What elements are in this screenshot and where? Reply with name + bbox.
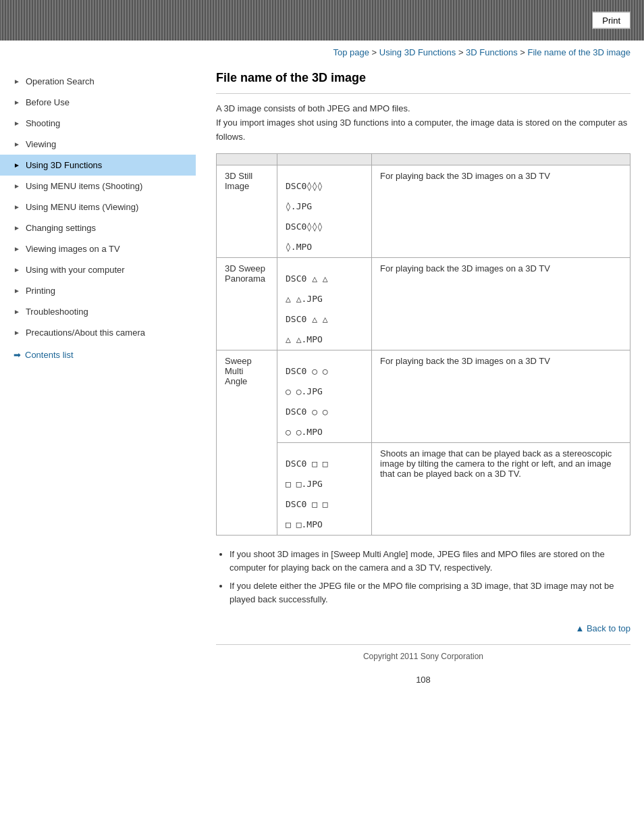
sidebar-item-label: Precautions/About this camera <box>26 328 145 338</box>
sidebar-item-before-use[interactable]: ► Before Use <box>0 92 196 113</box>
sidebar-item-label: Troubleshooting <box>26 307 88 317</box>
sidebar-item-precautions[interactable]: ► Precautions/About this camera <box>0 322 196 343</box>
page-layout: ► Operation Search ► Before Use ► Shooti… <box>0 64 644 705</box>
breadcrumb: Top page > Using 3D Functions > 3D Funct… <box>0 41 644 64</box>
sidebar-item-using-computer[interactable]: ► Using with your computer <box>0 259 196 280</box>
sidebar-item-menu-shooting[interactable]: ► Using MENU items (Shooting) <box>0 176 196 197</box>
row-desc-sweep-square: Shoots an image that can be played back … <box>372 443 630 536</box>
sidebar-item-label: Viewing <box>26 139 56 149</box>
arrow-icon: ► <box>14 245 20 253</box>
contents-list-link[interactable]: ➡ Contents list <box>0 343 196 367</box>
row-desc-3d-sweep: For playing back the 3D images on a 3D T… <box>372 258 630 350</box>
header-bar: Print <box>0 0 644 41</box>
table-row: 3D SweepPanorama DSC0 △ △ △ △.JPG DSC0 △… <box>217 258 630 350</box>
row-desc-sweep-circle: For playing back the 3D images on a 3D T… <box>372 350 630 443</box>
intro-text: A 3D image consists of both JPEG and MPO… <box>216 102 630 144</box>
contents-list-label: Contents list <box>25 350 74 360</box>
sidebar-item-label: Using 3D Functions <box>26 160 102 170</box>
row-type-3d-still: 3D StillImage <box>217 165 277 258</box>
back-to-top-icon: ▲ <box>575 623 586 633</box>
breadcrumb-3dfunctions[interactable]: 3D Functions <box>466 47 518 57</box>
arrow-icon: ► <box>14 99 20 106</box>
arrow-icon: ► <box>14 161 20 169</box>
sidebar-item-label: Before Use <box>26 97 70 107</box>
sidebar-item-operation-search[interactable]: ► Operation Search <box>0 71 196 92</box>
note-item: If you shoot 3D images in [Sweep Multi A… <box>230 548 630 574</box>
arrow-icon: ► <box>14 120 20 127</box>
intro-line1: A 3D image consists of both JPEG and MPO… <box>216 102 630 116</box>
sidebar-item-label: Using with your computer <box>26 265 125 275</box>
print-button[interactable]: Print <box>592 12 630 29</box>
table-row: 3D StillImage DSC0◊◊◊ ◊.JPG DSC0◊◊◊ ◊.MP… <box>217 165 630 258</box>
table-header-filename <box>277 154 372 165</box>
sidebar-item-shooting[interactable]: ► Shooting <box>0 113 196 134</box>
table-header-type <box>217 154 277 165</box>
sidebar-item-label: Viewing images on a TV <box>26 244 120 254</box>
sidebar-item-viewing-tv[interactable]: ► Viewing images on a TV <box>0 238 196 259</box>
arrow-right-icon: ➡ <box>14 350 21 360</box>
row-desc-3d-still: For playing back the 3D images on a 3D T… <box>372 165 630 258</box>
back-to-top: ▲ Back to top <box>216 619 630 637</box>
sidebar-item-printing[interactable]: ► Printing <box>0 280 196 301</box>
row-type-sweep-multi: SweepMultiAngle <box>217 350 277 536</box>
sidebar-item-label: Changing settings <box>26 223 96 233</box>
sidebar-item-menu-viewing[interactable]: ► Using MENU items (Viewing) <box>0 197 196 217</box>
footer-copyright: Copyright 2011 Sony Corporation <box>216 645 630 668</box>
sidebar-item-label: Printing <box>26 286 55 296</box>
arrow-icon: ► <box>14 78 20 85</box>
arrow-icon: ► <box>14 224 20 232</box>
arrow-icon: ► <box>14 203 20 211</box>
sidebar-item-label: Shooting <box>26 118 60 128</box>
row-filename-3d-still: DSC0◊◊◊ ◊.JPG DSC0◊◊◊ ◊.MPO <box>277 165 372 258</box>
intro-line2: If you import images shot using 3D funct… <box>216 116 630 145</box>
sidebar-item-troubleshooting[interactable]: ► Troubleshooting <box>0 301 196 322</box>
arrow-icon: ► <box>14 329 20 336</box>
row-filename-sweep-square: DSC0 □ □ □ □.JPG DSC0 □ □ □ □.MPO <box>277 443 372 536</box>
arrow-icon: ► <box>14 287 20 294</box>
sidebar-item-label: Using MENU items (Viewing) <box>26 202 138 212</box>
arrow-icon: ► <box>14 308 20 315</box>
page-title: File name of the 3D image <box>216 71 630 85</box>
notes-list: If you shoot 3D images in [Sweep Multi A… <box>216 548 630 606</box>
file-name-table: 3D StillImage DSC0◊◊◊ ◊.JPG DSC0◊◊◊ ◊.MP… <box>216 153 630 536</box>
table-row: DSC0 □ □ □ □.JPG DSC0 □ □ □ □.MPO Shoots… <box>217 443 630 536</box>
back-to-top-link[interactable]: Back to top <box>587 623 630 633</box>
arrow-icon: ► <box>14 182 20 190</box>
breadcrumb-using3d[interactable]: Using 3D Functions <box>379 47 456 57</box>
sidebar-item-label: Using MENU items (Shooting) <box>26 181 142 191</box>
sidebar-item-label: Operation Search <box>26 76 95 86</box>
table-row: SweepMultiAngle DSC0 ○ ○ ○ ○.JPG DSC0 ○ … <box>217 350 630 443</box>
main-content: File name of the 3D image A 3D image con… <box>196 64 644 705</box>
sidebar-item-viewing[interactable]: ► Viewing <box>0 134 196 155</box>
breadcrumb-top[interactable]: Top page <box>333 47 369 57</box>
arrow-icon: ► <box>14 266 20 273</box>
page-title-bar: File name of the 3D image <box>216 71 630 94</box>
note-item: If you delete either the JPEG file or th… <box>230 579 630 606</box>
table-header-desc <box>372 154 630 165</box>
row-filename-sweep-circle: DSC0 ○ ○ ○ ○.JPG DSC0 ○ ○ ○ ○.MPO <box>277 350 372 443</box>
breadcrumb-filename[interactable]: File name of the 3D image <box>528 47 630 57</box>
sidebar-item-using-3d[interactable]: ► Using 3D Functions <box>0 155 196 176</box>
sidebar: ► Operation Search ► Before Use ► Shooti… <box>0 64 196 705</box>
row-filename-3d-sweep: DSC0 △ △ △ △.JPG DSC0 △ △ △ △.MPO <box>277 258 372 350</box>
arrow-icon: ► <box>14 140 20 148</box>
page-number: 108 <box>216 668 630 692</box>
sidebar-item-changing-settings[interactable]: ► Changing settings <box>0 217 196 238</box>
row-type-3d-sweep: 3D SweepPanorama <box>217 258 277 350</box>
